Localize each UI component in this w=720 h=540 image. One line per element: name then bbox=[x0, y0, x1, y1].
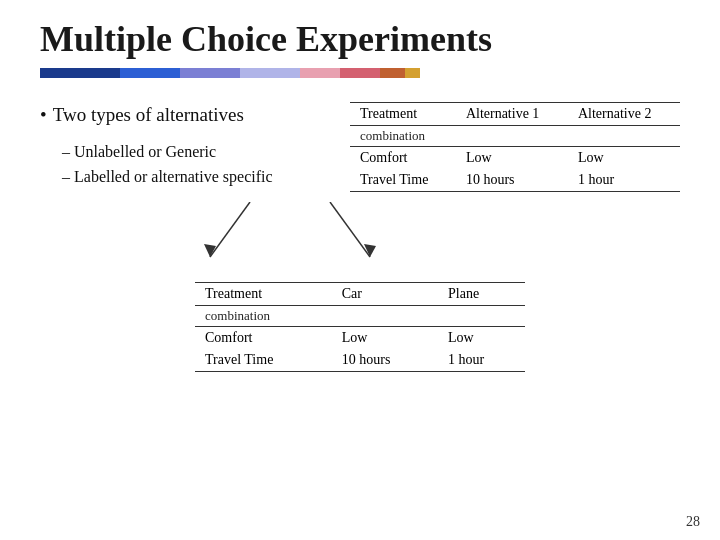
table1-r0-c1: Low bbox=[456, 147, 568, 170]
table1-row-1: Travel Time 10 hours 1 hour bbox=[350, 169, 680, 192]
sub-bullet-1: – Unlabelled or Generic bbox=[62, 139, 330, 165]
table1-row-0: Comfort Low Low bbox=[350, 147, 680, 170]
table1-r1-c1: 10 hours bbox=[456, 169, 568, 192]
table1-header-alt2: Alternative 2 bbox=[568, 103, 680, 126]
table2: Treatment Car Plane combination Comfort … bbox=[195, 282, 525, 372]
color-bar bbox=[40, 68, 680, 78]
page-title: Multiple Choice Experiments bbox=[0, 0, 720, 60]
bullet-symbol: • bbox=[40, 104, 47, 125]
table2-row-1: Travel Time 10 hours 1 hour bbox=[195, 349, 525, 372]
table1-header-treatment: Treatment bbox=[350, 103, 456, 126]
svg-line-0 bbox=[210, 202, 250, 257]
table2-r0-c0: Comfort bbox=[195, 327, 332, 350]
lower-section: Treatment Car Plane combination Comfort … bbox=[0, 282, 720, 372]
left-panel: •Two types of alternatives – Unlabelled … bbox=[40, 102, 330, 192]
bullet-main-text: Two types of alternatives bbox=[53, 104, 244, 125]
svg-line-2 bbox=[330, 202, 370, 257]
table2-header-treatment: Treatment bbox=[195, 283, 332, 306]
table2-header-car: Car bbox=[332, 283, 438, 306]
table1-combination-row: combination bbox=[350, 126, 680, 147]
table2-r1-c0: Travel Time bbox=[195, 349, 332, 372]
page-number: 28 bbox=[686, 514, 700, 530]
table1: Treatment Alternative 1 Alternative 2 co… bbox=[350, 102, 680, 192]
main-bullet: •Two types of alternatives bbox=[40, 102, 330, 129]
right-panel: Treatment Alternative 1 Alternative 2 co… bbox=[350, 102, 680, 192]
table2-combination-label: combination bbox=[195, 306, 525, 327]
sub-bullet-2: – Labelled or alternative specific bbox=[62, 164, 330, 190]
arrow-area bbox=[190, 202, 720, 272]
table2-row-0: Comfort Low Low bbox=[195, 327, 525, 350]
table2-r0-c2: Low bbox=[438, 327, 525, 350]
table2-r1-c2: 1 hour bbox=[438, 349, 525, 372]
sub-bullets: – Unlabelled or Generic – Labelled or al… bbox=[62, 139, 330, 190]
table1-combination-label: combination bbox=[350, 126, 680, 147]
table2-r0-c1: Low bbox=[332, 327, 438, 350]
table1-r0-c0: Comfort bbox=[350, 147, 456, 170]
table1-r1-c0: Travel Time bbox=[350, 169, 456, 192]
table2-r1-c1: 10 hours bbox=[332, 349, 438, 372]
table2-wrap: Treatment Car Plane combination Comfort … bbox=[195, 282, 525, 372]
table1-r1-c2: 1 hour bbox=[568, 169, 680, 192]
table2-combination-row: combination bbox=[195, 306, 525, 327]
table1-header-alt1: Alternative 1 bbox=[456, 103, 568, 126]
table1-r0-c2: Low bbox=[568, 147, 680, 170]
arrows-svg bbox=[190, 202, 410, 272]
table2-header-plane: Plane bbox=[438, 283, 525, 306]
